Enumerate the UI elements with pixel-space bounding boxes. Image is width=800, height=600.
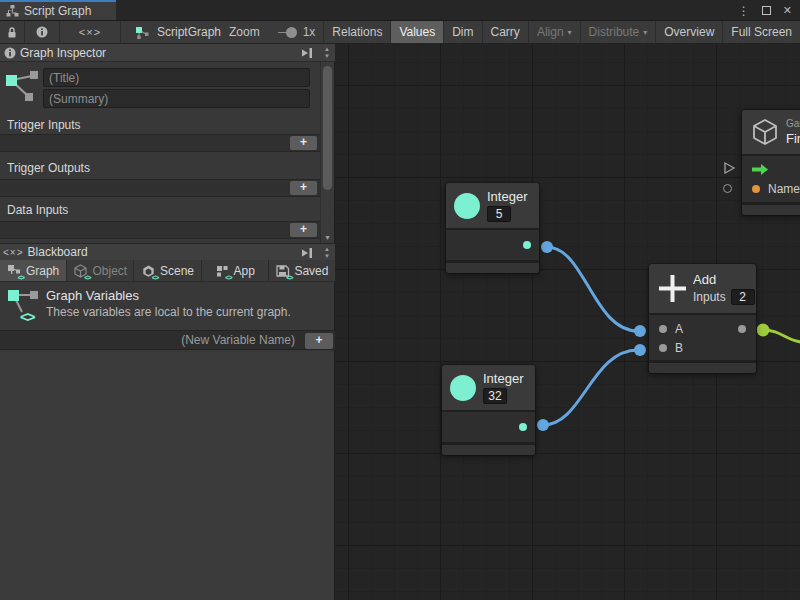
toolbar-middle: ScriptGraph Zoom 1x	[121, 21, 324, 43]
tab-scene-variables[interactable]: <> Scene	[134, 260, 201, 282]
new-variable-input[interactable]	[0, 331, 301, 349]
port-label-name: Name	[768, 182, 800, 196]
output-port[interactable]	[523, 241, 531, 249]
data-connect-indicator[interactable]	[723, 184, 732, 193]
node-header[interactable]: Integer 32	[442, 365, 535, 410]
wire-integer5-to-add-a[interactable]	[547, 247, 638, 331]
graph-name: ScriptGraph	[157, 25, 221, 39]
align-dropdown[interactable]: Align▾	[529, 21, 581, 43]
node-header[interactable]: Integer 5	[446, 183, 539, 228]
relations-button[interactable]: Relations	[324, 21, 391, 43]
scroll-up-icon[interactable]: ▲	[324, 46, 330, 52]
data-inputs-list: +	[0, 221, 320, 239]
add-variable-button[interactable]: +	[305, 333, 333, 349]
tab-app-variables[interactable]: <> App	[202, 260, 269, 282]
tab-object-variables[interactable]: <> Object	[67, 260, 134, 282]
data-inputs-label: Data Inputs	[7, 203, 68, 217]
graph-inspector-title: Graph Inspector	[20, 46, 106, 60]
input-port-b[interactable]	[659, 344, 667, 352]
node-graph-icon: <>	[7, 264, 22, 278]
overview-button[interactable]: Overview	[656, 21, 723, 43]
node-footer	[442, 445, 535, 455]
port-row-b: B	[649, 338, 756, 357]
lock-icon	[6, 26, 18, 39]
inputs-count-field[interactable]: 2	[731, 289, 755, 305]
full-screen-button[interactable]: Full Screen	[723, 21, 800, 43]
wire-endpoint[interactable]	[634, 344, 646, 356]
scrollbar-thumb[interactable]	[323, 66, 332, 190]
zoom-slider-handle[interactable]	[286, 27, 297, 38]
add-trigger-input-button[interactable]: +	[290, 136, 317, 150]
blackboard-tabs: <> Graph <> Object <> Scene	[0, 260, 335, 282]
port-label-a: A	[675, 322, 683, 336]
scroll-down-icon[interactable]: ▼	[324, 53, 330, 59]
wire-integer32-to-add-b[interactable]	[543, 350, 638, 425]
distribute-dropdown[interactable]: Distribute▾	[581, 21, 657, 43]
variables-icon: <×>	[3, 247, 24, 258]
wire-endpoint[interactable]	[634, 325, 646, 337]
node-integer-32[interactable]: Integer 32	[442, 365, 535, 455]
scroll-up-icon[interactable]: ▲	[324, 246, 330, 252]
node-header[interactable]: Game Object Find	[742, 110, 800, 154]
blackboard-header[interactable]: <×> Blackboard ▲▼	[0, 243, 335, 261]
tab-script-graph[interactable]: Script Graph	[0, 0, 116, 20]
input-port-a[interactable]	[659, 325, 667, 333]
info-icon	[36, 26, 48, 38]
scroll-up-down-icons[interactable]: ▲▼	[321, 46, 333, 60]
chevron-down-icon: ▾	[568, 28, 572, 37]
code-view-button[interactable]: <×>	[60, 21, 121, 43]
node-footer	[649, 363, 756, 373]
tab-saved-variables[interactable]: <> Saved	[269, 260, 335, 282]
zoom-slider[interactable]	[278, 32, 295, 33]
close-icon[interactable]: ✕	[783, 4, 792, 17]
add-trigger-output-button[interactable]: +	[290, 181, 317, 195]
wire-endpoint[interactable]	[757, 324, 770, 337]
graph-inspector-header[interactable]: Graph Inspector ▲▼	[0, 44, 335, 62]
values-button[interactable]: Values	[391, 21, 444, 43]
script-graph-icon	[135, 26, 149, 39]
title-bar: Script Graph ⋮ ✕	[0, 0, 800, 21]
output-port[interactable]	[519, 423, 527, 431]
flow-connect-indicator[interactable]	[724, 162, 735, 174]
node-gameobject-find[interactable]: Game Object Find Name	[742, 110, 800, 215]
scroll-down-icon[interactable]: ▼	[324, 253, 330, 259]
lock-button[interactable]	[0, 21, 25, 43]
unity-scene-icon: <>	[141, 264, 156, 278]
wire-endpoint[interactable]	[537, 419, 549, 431]
flow-arrow-icon[interactable]	[752, 164, 768, 175]
node-header[interactable]: Add Inputs2	[649, 264, 756, 313]
graph-canvas[interactable]: Integer 5 Integer 32	[335, 44, 800, 600]
maximize-panel-icon[interactable]	[302, 247, 313, 259]
node-title: Integer	[487, 189, 527, 204]
maximize-icon[interactable]	[762, 6, 771, 15]
tab-graph-variables[interactable]: <> Graph	[0, 260, 67, 282]
info-button[interactable]	[25, 21, 60, 43]
name-input-row: Name	[742, 179, 800, 198]
graph-summary-input[interactable]	[43, 89, 310, 108]
flow-input-row	[742, 160, 800, 179]
node-title: Integer	[483, 371, 523, 386]
graph-title-input[interactable]	[43, 68, 310, 87]
scroll-down-icon[interactable]: ▼	[321, 234, 334, 241]
carry-button[interactable]: Carry	[483, 21, 529, 43]
blackboard-empty-area	[0, 352, 334, 600]
wire-endpoint[interactable]	[541, 241, 553, 253]
inspector-scrollbar[interactable]: ▼	[320, 62, 334, 243]
node-ports	[442, 412, 535, 442]
grid-icon: <>	[215, 264, 230, 278]
integer-value-field[interactable]: 5	[487, 206, 511, 222]
more-menu-icon[interactable]: ⋮	[738, 4, 750, 18]
floppy-disk-icon: <>	[275, 264, 290, 278]
dim-button[interactable]: Dim	[444, 21, 482, 43]
input-port-name[interactable]	[752, 185, 760, 193]
node-integer-5[interactable]: Integer 5	[446, 183, 539, 273]
carry-label: Carry	[491, 25, 520, 39]
maximize-panel-icon[interactable]	[302, 47, 313, 59]
integer-value-field[interactable]: 32	[483, 388, 507, 404]
add-data-input-button[interactable]: +	[290, 223, 317, 237]
scroll-up-down-icons[interactable]: ▲▼	[321, 246, 333, 260]
gameobject-cube-icon	[751, 118, 779, 146]
output-port[interactable]	[738, 325, 746, 333]
node-title: Find	[786, 131, 800, 146]
node-add[interactable]: Add Inputs2 A B	[649, 264, 756, 373]
